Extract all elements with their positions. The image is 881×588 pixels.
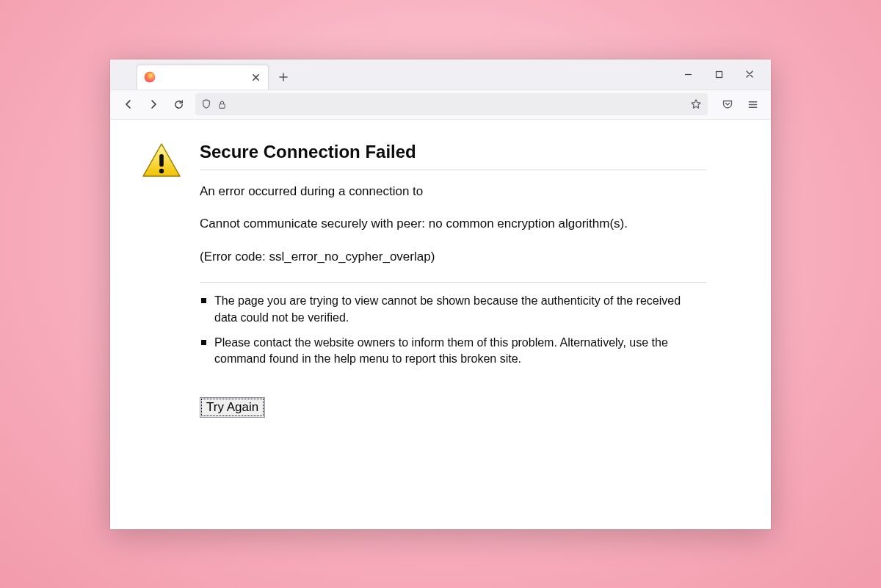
url-input[interactable] <box>233 99 684 110</box>
divider <box>200 282 706 283</box>
lock-icon <box>217 100 227 109</box>
svg-rect-1 <box>716 71 722 77</box>
minimize-button[interactable] <box>672 59 703 90</box>
maximize-button[interactable] <box>703 59 734 90</box>
try-again-button[interactable]: Try Again <box>200 397 265 418</box>
url-bar[interactable] <box>195 93 708 115</box>
error-heading: Secure Connection Failed <box>200 142 706 170</box>
shield-icon <box>201 99 211 109</box>
app-menu-button[interactable] <box>742 93 764 115</box>
browser-window: Secure Connection Failed An error occurr… <box>110 59 771 529</box>
warning-icon <box>141 142 182 418</box>
svg-rect-3 <box>159 154 164 167</box>
browser-tab[interactable] <box>137 65 269 90</box>
close-window-button[interactable] <box>734 59 765 90</box>
error-line-1: An error occurred during a connection to <box>200 184 706 200</box>
error-bullet: The page you are trying to view cannot b… <box>201 293 706 326</box>
reload-button[interactable] <box>167 93 189 115</box>
tab-strip <box>110 59 771 90</box>
error-bullets: The page you are trying to view cannot b… <box>200 293 706 368</box>
back-button[interactable] <box>117 93 139 115</box>
new-tab-button[interactable] <box>273 67 294 87</box>
forward-button[interactable] <box>142 93 164 115</box>
bookmark-star-icon[interactable] <box>690 98 702 110</box>
firefox-icon <box>143 70 156 84</box>
pocket-button[interactable] <box>717 93 739 115</box>
navigation-toolbar <box>110 90 771 120</box>
error-bullet: Please contact the website owners to inf… <box>201 335 706 368</box>
error-line-2: Cannot communicate securely with peer: n… <box>200 216 706 233</box>
window-controls <box>672 59 765 90</box>
page-content: Secure Connection Failed An error occurr… <box>110 120 771 529</box>
error-code: (Error code: ssl_error_no_cypher_overlap… <box>200 249 706 266</box>
svg-rect-2 <box>220 104 225 108</box>
svg-point-4 <box>159 168 164 173</box>
tab-close-button[interactable] <box>249 70 262 84</box>
